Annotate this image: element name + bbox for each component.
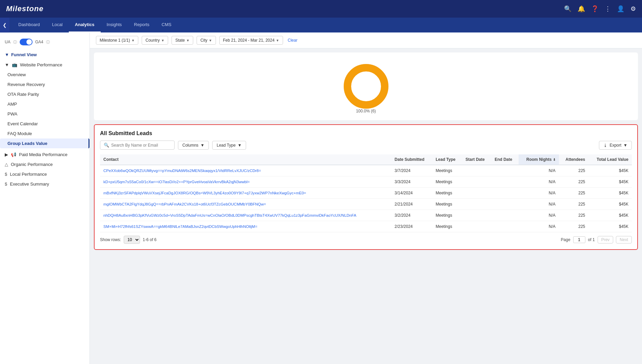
search-input[interactable] xyxy=(111,143,171,148)
cell-date-2: 3/14/2024 xyxy=(391,188,432,199)
sidebar-item-paid-media[interactable]: ▶ 📢 Paid Media Performance xyxy=(0,150,89,159)
cell-total-value-0: $45K xyxy=(588,165,632,176)
cell-lead-type-1: Meetings xyxy=(432,176,462,188)
table-row: CPeXXob6wQOkQRZUUMtyvg==pYmuDNAtW6s2MENS… xyxy=(100,165,632,176)
of-label: of 1 xyxy=(588,237,595,242)
logo: Milestone xyxy=(6,4,43,13)
cell-room-nights-0: N/A xyxy=(519,165,559,176)
cell-start-date-5 xyxy=(462,221,491,232)
state-filter[interactable]: State ▼ xyxy=(172,36,193,45)
country-filter[interactable]: Country ▼ xyxy=(142,36,168,45)
speaker-icon: 📢 xyxy=(11,152,16,157)
sidebar-item-event-calendar[interactable]: Event Calendar xyxy=(0,119,89,129)
cell-date-5: 2/23/2024 xyxy=(391,221,432,232)
chevron-down-icon: ▼ xyxy=(186,39,189,42)
cell-room-nights-1: N/A xyxy=(519,176,559,188)
sidebar-item-ota-rate-parity[interactable]: OTA Rate Parity xyxy=(0,89,89,99)
sidebar-item-pwa[interactable]: PWA xyxy=(0,109,89,119)
ua-label: UA xyxy=(5,40,11,44)
next-page-button[interactable]: Next xyxy=(616,236,632,243)
nav-tabs: Dashboard Local Analytics Insights Repor… xyxy=(9,18,178,33)
cell-total-value-3: $45K xyxy=(588,199,632,210)
sidebar-collapse-button[interactable]: ❮ xyxy=(0,18,9,33)
topbar-icons: 🔍 🔔 ❓ ⋮ 👤 ⚙ xyxy=(564,5,636,13)
sidebar-item-faq-module[interactable]: FAQ Module xyxy=(0,129,89,138)
filter-bar: Milestone 1 (1/1) ▼ Country ▼ State ▼ Ci… xyxy=(90,33,642,48)
country-filter-label: Country xyxy=(145,38,160,43)
clear-filter-link[interactable]: Clear xyxy=(288,38,298,43)
contact-link-2[interactable]: mBxfNKj3zrSFAPdplqVWuVXsejJFcaDgJOX8RG/O… xyxy=(103,191,306,195)
sidebar-item-local[interactable]: $ Local Performance xyxy=(0,169,89,179)
cell-lead-type-3: Meetings xyxy=(432,199,462,210)
cell-lead-type-4: Meetings xyxy=(432,210,462,221)
contact-link-1[interactable]: kD+pxU5qm7sS5aCo0/1cXw==iO7lasD//o2++PYp… xyxy=(103,180,250,184)
contact-link-3[interactable]: mglOMWbCTA2FlgYdqJ8GgQ==rbPnAFmAk2CVKs18… xyxy=(103,202,266,206)
contact-link-0[interactable]: CPeXXob6wQOkQRZUUMtyvg==pYmuDNAtW6s2MENS… xyxy=(103,169,261,173)
bell-icon[interactable]: 🔔 xyxy=(578,5,585,13)
grid-icon[interactable]: ⋮ xyxy=(605,5,611,13)
cell-lead-type-5: Meetings xyxy=(432,221,462,232)
search-icon[interactable]: 🔍 xyxy=(564,5,571,13)
cell-total-value-2: $45K xyxy=(588,188,632,199)
cell-attendees-1: 225 xyxy=(559,176,588,188)
column-attendees: Attendees xyxy=(559,154,588,165)
cell-attendees-2: 225 xyxy=(559,188,588,199)
search-box: 🔍 xyxy=(100,141,175,150)
tab-reports[interactable]: Reports xyxy=(128,18,156,33)
table-row: mglOMWbCTA2FlgYdqJ8GgQ==rbPnAFmAk2CVKs18… xyxy=(100,199,632,210)
sidebar-item-overview[interactable]: Overview xyxy=(0,70,89,80)
chevron-down-icon: ▼ xyxy=(276,39,279,42)
rows-per-page-select[interactable]: 10 25 50 xyxy=(124,236,140,244)
milestone-filter[interactable]: Milestone 1 (1/1) ▼ xyxy=(96,36,138,45)
cell-date-1: 3/3/2024 xyxy=(391,176,432,188)
local-label: Local Performance xyxy=(10,172,47,177)
donut-svg xyxy=(339,59,393,107)
export-button[interactable]: ⭳ Export ▼ xyxy=(599,141,632,150)
tab-analytics[interactable]: Analytics xyxy=(69,18,101,33)
pagination: Page of 1 Prev Next xyxy=(561,236,632,243)
sidebar-item-group-leads-value[interactable]: Group Leads Value xyxy=(0,138,89,148)
tab-dashboard[interactable]: Dashboard xyxy=(12,18,46,33)
cell-lead-type-0: Meetings xyxy=(432,165,462,176)
contact-link-4[interactable]: nhDQH8Au8xnHBG3pKfVuGWz0c5d+VroS5DpTAdaF… xyxy=(103,213,356,217)
column-lead-type: Lead Type xyxy=(432,154,462,165)
sidebar-item-funnel-view[interactable]: ▼ Funnel View xyxy=(0,49,89,60)
ua-ga4-toggle-row: UA ⓘ GA4 ⓘ xyxy=(0,36,89,49)
tab-cms[interactable]: CMS xyxy=(156,18,178,33)
gear-icon[interactable]: ⚙ xyxy=(630,5,636,13)
cell-end-date-3 xyxy=(491,199,519,210)
column-room-nights[interactable]: Room Nights ⬇ xyxy=(519,154,559,165)
column-contact: Contact xyxy=(100,154,391,165)
leads-table-title: All Submitted Leads xyxy=(100,130,632,136)
cell-total-value-1: $45K xyxy=(588,176,632,188)
cell-attendees-4: 225 xyxy=(559,210,588,221)
sidebar-item-organic[interactable]: △ Organic Performance xyxy=(0,159,89,169)
ga4-info-icon[interactable]: ⓘ xyxy=(46,40,50,45)
sidebar-item-revenue-recovery[interactable]: Revenue Recovery xyxy=(0,80,89,89)
chevron-down-icon: ▼ xyxy=(5,62,9,67)
sidebar-item-executive[interactable]: $ Executive Summary xyxy=(0,179,89,189)
prev-page-button[interactable]: Prev xyxy=(598,236,614,243)
cell-contact-3: mglOMWbCTA2FlgYdqJ8GgQ==rbPnAFmAk2CVKs18… xyxy=(100,199,391,210)
contact-link-5[interactable]: SM+Mi+H72fhfs61SZYswwA==gkM64BNlLe7AMaBJ… xyxy=(103,224,257,229)
page-input[interactable] xyxy=(573,236,585,243)
chevron-down-icon: ▼ xyxy=(238,143,242,148)
columns-dropdown[interactable]: Columns ▼ xyxy=(178,141,209,150)
lead-type-label: Lead Type xyxy=(217,143,236,148)
date-range-filter[interactable]: Feb 21, 2024 - Mar 21, 2024 ▼ xyxy=(219,36,283,45)
monitor-icon: 📺 xyxy=(12,62,17,67)
question-icon[interactable]: ❓ xyxy=(591,5,599,13)
cell-start-date-4 xyxy=(462,210,491,221)
cell-attendees-5: 225 xyxy=(559,221,588,232)
ga4-label: GA4 xyxy=(35,40,43,44)
city-filter[interactable]: City ▼ xyxy=(197,36,216,45)
user-icon[interactable]: 👤 xyxy=(617,5,624,13)
sidebar-item-amp[interactable]: AMP xyxy=(0,99,89,109)
column-date-submitted: Date Submitted xyxy=(391,154,432,165)
ua-info-icon[interactable]: ⓘ xyxy=(13,40,17,45)
lead-type-dropdown[interactable]: Lead Type ▼ xyxy=(212,141,246,150)
ua-ga4-toggle[interactable] xyxy=(20,39,33,45)
website-performance-header[interactable]: ▼ 📺 Website Performance xyxy=(0,60,89,70)
tab-local[interactable]: Local xyxy=(46,18,69,33)
tab-insights[interactable]: Insights xyxy=(101,18,128,33)
